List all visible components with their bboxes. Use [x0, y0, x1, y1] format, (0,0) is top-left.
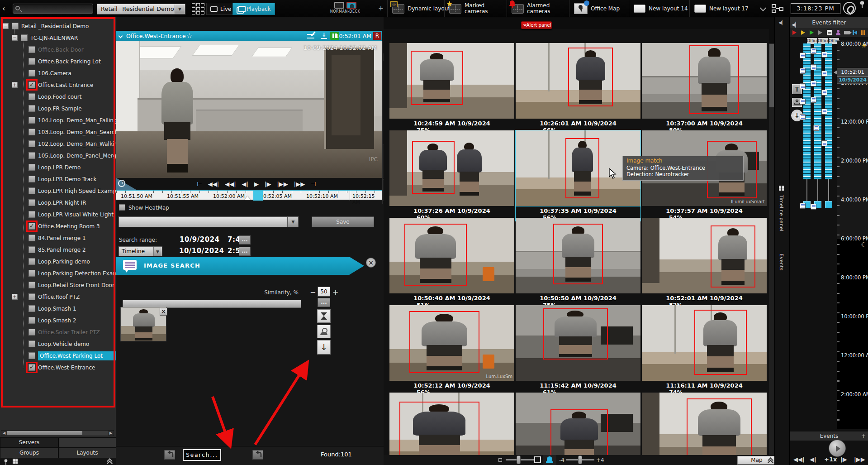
camera-tile-header[interactable]: Office.West-Entrance ☆ ↓ 10:52:01 AM R	[116, 31, 382, 41]
scrollbar-thumb[interactable]	[769, 44, 774, 107]
search-result-selected[interactable]: 10:37:35 AM 10/9/202456%	[516, 130, 640, 221]
splitter-icon[interactable]: +	[378, 5, 384, 12]
tree-checkbox[interactable]	[28, 140, 35, 147]
event-note-icon[interactable]	[821, 71, 827, 77]
workspace-select[interactable]: Retail _Residential Demo ▼	[97, 4, 185, 14]
tree-checkbox[interactable]	[28, 117, 35, 124]
tree-checkbox[interactable]	[28, 58, 35, 65]
scroll-left-icon[interactable]: ◀	[1, 431, 7, 436]
step-back-button[interactable]: ◀|	[242, 181, 248, 187]
export-download-icon[interactable]: ↓	[321, 32, 327, 39]
map-button[interactable]: Map	[737, 456, 776, 465]
tab-servers[interactable]: Servers	[0, 437, 58, 448]
tree-item-camera[interactable]: 84.Panel merge 1	[0, 233, 116, 244]
event-track[interactable]	[814, 43, 821, 179]
save-button[interactable]: Save	[312, 216, 374, 227]
tree-item-server[interactable]: −TC-LJN-ALIENWAR	[0, 33, 116, 43]
tree-checkbox[interactable]	[28, 129, 35, 135]
workspace-tree-icon[interactable]	[772, 4, 786, 14]
tree-item-camera[interactable]: 106.Camera	[0, 68, 116, 79]
event-note-icon[interactable]	[811, 64, 816, 70]
tree-item-camera[interactable]: Loop.LPR Visual White Light	[0, 209, 116, 220]
tree-checkbox[interactable]	[28, 70, 35, 77]
camera-event-filter-icon[interactable]	[844, 31, 850, 34]
tree-item-camera[interactable]: Loop.Parking Detection Exam	[0, 268, 116, 279]
similarity-plus-button[interactable]: +	[332, 288, 338, 297]
results-scrollbar[interactable]	[769, 43, 774, 456]
collapse-panel-icon[interactable]: ◀▏	[778, 20, 785, 25]
tree-checkbox-checked[interactable]	[28, 364, 35, 371]
scrollbar-thumb[interactable]	[7, 431, 82, 435]
layout-grid-icon[interactable]	[192, 3, 205, 15]
tree-item-camera[interactable]: +Office.East Entrance	[0, 80, 116, 91]
tree-checkbox[interactable]	[28, 199, 35, 206]
chevron-down-icon[interactable]	[119, 34, 123, 38]
event-note-icon[interactable]	[811, 81, 816, 86]
tree-checkbox[interactable]	[28, 93, 35, 100]
event-note-icon[interactable]	[800, 53, 806, 58]
green-event-filter-icon[interactable]	[810, 30, 814, 35]
tree-item-camera[interactable]: Office.Meeting Room 3	[0, 221, 116, 232]
tree-checkbox[interactable]	[28, 317, 35, 324]
tab-new-layout-14[interactable]: New layout 14	[629, 0, 693, 17]
tree-checkbox[interactable]	[28, 246, 35, 253]
range-to-picker-button[interactable]: ...	[239, 247, 251, 256]
tree-checkbox[interactable]	[28, 293, 35, 300]
back-button[interactable]	[164, 450, 175, 460]
tree-checkbox[interactable]	[28, 211, 35, 218]
step-forward-button[interactable]: |▶	[265, 181, 271, 187]
tree-checkbox[interactable]	[28, 187, 35, 194]
tree-checkbox-checked[interactable]	[28, 223, 35, 230]
expand-expander[interactable]: +	[12, 294, 18, 300]
tree-checkbox[interactable]	[28, 235, 35, 241]
tree-item-camera[interactable]: 85.Panel merge 2	[0, 244, 116, 255]
tree-item-camera[interactable]: Loop.Retail Store Front Door	[0, 280, 116, 291]
video-viewport[interactable]: 10-09-2024 10:52:02 AM IPC	[116, 41, 382, 178]
search-result[interactable]: 11:15:42 AM 10/9/202461%	[516, 305, 640, 396]
tree-item-camera[interactable]: 103.Loop. Demo_Man_Search	[0, 127, 116, 138]
tree-checkbox[interactable]	[28, 164, 35, 171]
range-mode-arrow[interactable]: ▼	[153, 247, 161, 256]
event-note-icon[interactable]	[821, 109, 827, 115]
event-note-icon[interactable]	[800, 99, 806, 105]
play-knob[interactable]	[829, 440, 846, 457]
red-event-filter-icon[interactable]	[792, 30, 797, 35]
range-mode-select[interactable]: Timeline ▼	[119, 246, 162, 256]
time-filter-button[interactable]	[317, 309, 331, 323]
tree-checkbox[interactable]	[28, 282, 35, 288]
event-track[interactable]	[803, 43, 811, 179]
live-tab[interactable]: Live	[206, 3, 236, 15]
tree-item-camera[interactable]: +Office.Roof PTZ	[0, 292, 116, 302]
search-result[interactable]	[389, 393, 514, 457]
gray-event-filter-icon[interactable]	[818, 30, 822, 35]
workspace-select-arrow[interactable]: ▼	[175, 5, 185, 14]
step-forward-button[interactable]: |▶	[840, 456, 847, 463]
tree-item-camera[interactable]: Loop.LPR Night IR	[0, 197, 116, 208]
play-button[interactable]: ▶	[254, 181, 259, 187]
tree-item-camera-selected[interactable]: Office.West Parking Lot	[0, 350, 116, 361]
range-from-picker-button[interactable]: ...	[239, 235, 251, 244]
fast-forward-button[interactable]: |▶▶	[277, 181, 288, 187]
audio-event-filter-icon[interactable]	[854, 30, 857, 35]
thumb-size-large-icon[interactable]	[534, 456, 541, 463]
collapse-expander[interactable]: −	[12, 35, 18, 41]
search-result[interactable]: 10:52:01 AM 10/9/202482%	[642, 218, 767, 308]
tab-office-map[interactable]: Office Map	[569, 0, 624, 17]
tree-item-camera[interactable]: 102.Loop. Demo_Man_Walkin	[0, 139, 116, 149]
forward-clock-button[interactable]: |▶▶	[294, 181, 305, 187]
favorite-star-icon[interactable]: ☆	[186, 32, 192, 40]
tree-item-camera[interactable]: Loop.LPR Demo Track	[0, 174, 116, 185]
tree-horizontal-scrollbar[interactable]: ◀ ▶	[1, 430, 114, 436]
search-result[interactable]: 10:37:00 AM 10/9/202480%	[642, 43, 767, 134]
search-result[interactable]	[516, 393, 640, 457]
tree-checkbox[interactable]	[28, 352, 35, 359]
tree-item-camera[interactable]: Loop.FR Sample	[0, 103, 116, 114]
yellow-event-filter-icon[interactable]	[801, 30, 805, 35]
tree-item-camera[interactable]: 105.Loop. Demo_Panel_Merg	[0, 150, 116, 161]
unknown-person-button[interactable]	[317, 325, 331, 338]
alert-panel-button[interactable]: Alert panel	[521, 21, 552, 29]
tree-checkbox[interactable]	[28, 258, 35, 265]
event-note-icon[interactable]	[821, 90, 827, 96]
tree-item-camera[interactable]: Office.Back Door	[0, 44, 116, 55]
apply-down-button[interactable]: ↓	[317, 340, 331, 355]
